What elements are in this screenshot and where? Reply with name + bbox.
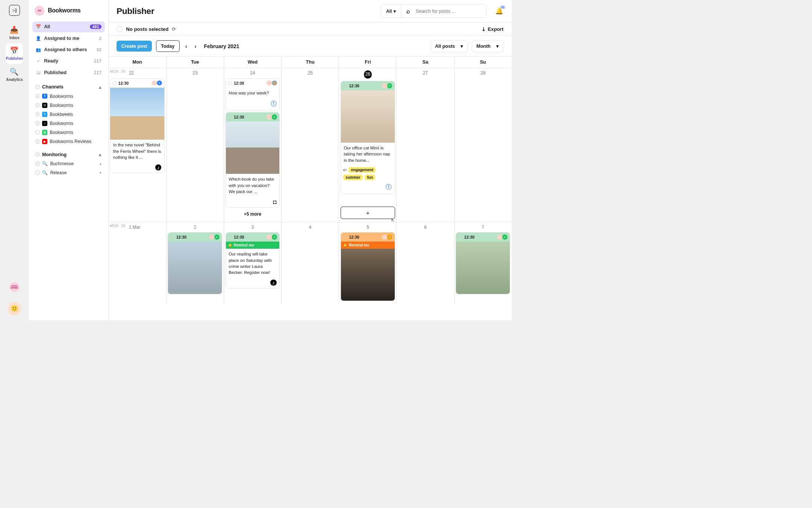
monitoring-section-header[interactable]: − Monitoring ▴ xyxy=(32,146,105,159)
post-card[interactable]: 12:30✓Which book do you take with you on… xyxy=(226,112,280,207)
calendar-cell[interactable]: 27 xyxy=(396,68,454,222)
org-avatar[interactable]: BOOK WORMS xyxy=(9,282,19,292)
calendar-cell[interactable]: 312:30✓🔔Remind meOur reading will take p… xyxy=(224,222,281,304)
channel-item[interactable]: ✓◘Bookworms xyxy=(32,101,105,110)
channels-section-header[interactable]: − Channels ▴ xyxy=(32,78,105,91)
folder-ready[interactable]: ✓Ready217 xyxy=(32,56,105,67)
post-card[interactable]: 12:30✓🔔Remind meOur reading will take pl… xyxy=(226,232,280,288)
calendar-day-header: MonTueWedThuFriSaSu xyxy=(109,56,512,68)
post-card[interactable]: 12:30✓Our office cat Mimi is taking her … xyxy=(341,81,395,194)
calendar-week: Week 382212:30iIn the new novel "Behind … xyxy=(109,68,512,222)
folder-all[interactable]: 📅All401 xyxy=(32,21,105,32)
calendar-cell[interactable]: 2612:30✓Our office cat Mimi is taking he… xyxy=(339,68,396,222)
monitoring-toggle[interactable]: ✓ xyxy=(35,161,39,166)
channel-name: Bookworms xyxy=(50,121,73,126)
tag[interactable]: engagement xyxy=(348,167,376,173)
day-number: 24 xyxy=(226,70,280,77)
rail-item-inbox[interactable]: 📥Inbox xyxy=(6,22,23,43)
tag-icon: 🏷 xyxy=(343,168,347,172)
export-button[interactable]: ⤓ Export xyxy=(482,26,503,32)
post-checkbox[interactable] xyxy=(343,84,347,88)
channel-checkbox[interactable]: ✓ xyxy=(35,139,39,143)
chevron-down-icon: ▾ xyxy=(496,43,499,49)
prev-button[interactable]: ‹ xyxy=(183,41,189,51)
tag[interactable]: summer xyxy=(343,175,363,180)
calendar-cell[interactable]: 25 xyxy=(281,68,339,222)
reminder-banner[interactable]: 🔔Remind me xyxy=(341,242,395,249)
post-checkbox[interactable] xyxy=(228,235,232,239)
calendar-cell[interactable]: 4 xyxy=(281,222,339,304)
channel-checkbox[interactable]: ✓ xyxy=(35,112,39,116)
status-icon: i xyxy=(157,81,162,86)
post-time: 12:30 xyxy=(464,235,474,239)
posts-filter-select[interactable]: All posts ▾ xyxy=(430,40,468,52)
calendar-cell[interactable]: 2412:30🔒How was your week?ⓕ12:30✓Which b… xyxy=(224,68,281,222)
rail-item-analytics[interactable]: 🔍Analytics xyxy=(6,64,23,85)
post-card[interactable]: 12:30✓ xyxy=(456,232,510,294)
calendar-cell[interactable]: 512:30?🔔Remind me xyxy=(339,222,396,304)
tag[interactable]: fun xyxy=(365,175,375,180)
channel-item[interactable]: ✓♪Bookworms xyxy=(32,119,105,128)
calendar-cell[interactable]: 28 xyxy=(454,68,512,222)
post-checkbox[interactable] xyxy=(171,235,174,239)
post-card-header: 12:30✓ xyxy=(168,233,222,242)
author-avatar xyxy=(267,81,272,86)
monitoring-toggle[interactable]: − xyxy=(35,170,39,175)
channel-item[interactable]: ✆Bookworms xyxy=(32,128,105,137)
status-icon: ✓ xyxy=(502,234,508,240)
folder-published[interactable]: 🗂Published217 xyxy=(32,67,105,78)
post-checkbox[interactable] xyxy=(343,235,347,239)
calendar-cell[interactable]: 6 xyxy=(396,222,454,304)
search-input[interactable] xyxy=(415,5,486,18)
post-network-icon: ♪ xyxy=(226,278,280,288)
folder-assigned-to-others[interactable]: 👥Assigned to others32 xyxy=(32,44,105,55)
post-card[interactable]: 12:30iIn the new novel "Behind the Ferri… xyxy=(110,78,165,173)
post-checkbox[interactable] xyxy=(113,81,117,85)
channel-item[interactable]: ✓fBookworms xyxy=(32,92,105,101)
folder-assigned-to-me[interactable]: 👤Assigned to me2 xyxy=(32,33,105,44)
more-posts-link[interactable]: +5 more xyxy=(226,209,280,219)
post-text: In the new novel "Behind the Ferris Whee… xyxy=(110,140,164,163)
day-header: Tue xyxy=(166,57,224,68)
notifications-button[interactable]: 🔔 32 xyxy=(495,7,503,15)
channel-checkbox[interactable]: ✓ xyxy=(35,103,39,107)
monitoring-item[interactable]: −🔍Release▾ xyxy=(32,168,105,177)
calendar-cell[interactable]: 712:30✓ xyxy=(454,222,512,304)
calendar-cell[interactable]: Week 381 Mar xyxy=(109,222,166,304)
add-post-button[interactable]: +↖ xyxy=(341,207,395,219)
next-button[interactable]: › xyxy=(193,41,198,51)
user-avatar[interactable]: 🙂 xyxy=(8,302,21,315)
channel-checkbox[interactable] xyxy=(35,130,39,134)
post-card[interactable]: 12:30?🔔Remind me xyxy=(341,232,395,301)
post-card[interactable]: 12:30✓ xyxy=(168,232,222,294)
post-checkbox[interactable] xyxy=(228,115,232,119)
posts-filter-label: All posts xyxy=(435,44,455,49)
today-button[interactable]: Today xyxy=(156,40,180,52)
day-header: Fri xyxy=(339,57,396,68)
post-checkbox[interactable] xyxy=(459,235,462,239)
workspace-header[interactable]: BW Bookworms xyxy=(32,6,105,15)
rail-item-label: Analytics xyxy=(6,78,23,82)
channel-item[interactable]: ✓tBooktweets xyxy=(32,110,105,119)
channel-checkbox[interactable]: ✓ xyxy=(35,94,39,98)
select-all-checkbox[interactable] xyxy=(117,26,123,32)
create-post-button[interactable]: Create post xyxy=(117,41,152,52)
reminder-banner[interactable]: 🔔Remind me xyxy=(226,242,280,249)
channel-checkbox[interactable]: ✓ xyxy=(35,121,39,125)
monitoring-item[interactable]: ✓🔍Buchmesse▴ xyxy=(32,159,105,168)
view-select[interactable]: Month ▾ xyxy=(472,40,504,52)
main-panel: Publisher All ▾ ⌕ 🔔 32 No posts selected… xyxy=(109,0,512,320)
post-card[interactable]: 12:30🔒How was your week?ⓕ xyxy=(226,78,280,111)
search-scope-select[interactable]: All ▾ xyxy=(381,5,401,18)
refresh-icon[interactable]: ⟳ xyxy=(172,26,176,32)
workspace-name: Bookworms xyxy=(48,7,80,14)
day-number: 26 xyxy=(341,70,395,79)
calendar-cell[interactable]: Week 382212:30iIn the new novel "Behind … xyxy=(109,68,166,222)
channel-item[interactable]: ✓▶Bookworms Reviews xyxy=(32,137,105,146)
rail-item-publisher[interactable]: 📅Publisher xyxy=(6,43,23,64)
calendar-date-label: February 2021 xyxy=(204,43,239,49)
nav-rail: :‑] 📥Inbox📅Publisher🔍Analytics BOOK WORM… xyxy=(0,0,29,320)
calendar-cell[interactable]: 23 xyxy=(166,68,224,222)
post-checkbox[interactable] xyxy=(228,81,232,85)
calendar-cell[interactable]: 212:30✓ xyxy=(166,222,224,304)
